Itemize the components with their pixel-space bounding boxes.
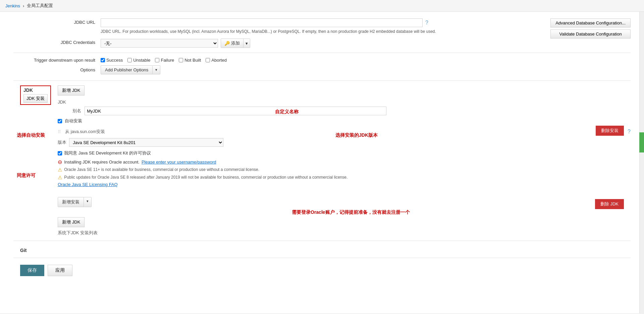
trigger-success-label: Success (106, 58, 123, 63)
options-section: Options Add Publisher Options ▾ (13, 65, 631, 74)
warning-icon-1: ⚠ (58, 167, 62, 173)
jdk-box-title: JDK (23, 87, 48, 93)
new-install-area: 新增安装 ▾ (58, 194, 631, 214)
scrollbar-track[interactable] (639, 12, 644, 313)
add-publisher-main-btn[interactable]: Add Publisher Options (101, 66, 152, 74)
warning-icon-2: ⚠ (58, 175, 62, 181)
agree-checkbox[interactable] (58, 151, 62, 155)
jdbc-url-label: JDBC URL (13, 18, 101, 25)
jdk-name-input[interactable] (85, 107, 386, 115)
trigger-failure[interactable]: Failure (155, 58, 174, 63)
validate-db-config-button[interactable]: Validate Database Configuration (550, 29, 631, 39)
warning-text-1: Oracle Java SE 11+ is not available for … (64, 167, 259, 173)
trigger-unstable-label: Unstable (133, 58, 150, 63)
trigger-unstable[interactable]: Unstable (127, 58, 150, 63)
warning-row-2: ⚠ Public updates for Oracle Java SE 8 re… (58, 174, 631, 181)
trigger-label: Trigger downstream upon result (13, 58, 101, 63)
warning-text-2: Public updates for Oracle Java SE 8 rele… (64, 174, 347, 180)
jdbc-url-input[interactable] (101, 18, 423, 27)
jdk-install-btn[interactable]: JDK 安装 (23, 94, 48, 103)
version-select[interactable]: Java SE Development Kit 8u201 (69, 138, 223, 147)
trigger-aborted[interactable]: Aborted (206, 58, 227, 63)
add-credentials-group: 🔑 添加 ▾ (221, 39, 250, 48)
breadcrumb-config: 全局工具配置 (27, 3, 53, 9)
version-row: 版本 Java SE Development Kit 8u201 (58, 138, 631, 147)
jdk-alias-label: 别名 (58, 108, 85, 114)
new-jdk-bottom-area: 新增 JDK 系统下JDK 安装列表 (58, 217, 631, 236)
git-label: Git (20, 248, 631, 253)
trigger-success[interactable]: Success (101, 58, 123, 63)
scrollbar-thumb[interactable] (639, 132, 644, 152)
agree-row: 我同意 Java SE Development Kit 的许可协议 (58, 150, 631, 156)
jdbc-credentials-control: -无- 🔑 添加 ▾ (101, 39, 631, 48)
add-publisher-button-group: Add Publisher Options ▾ (101, 65, 160, 74)
add-credentials-dropdown[interactable]: ▾ (243, 39, 250, 48)
jdbc-credentials-section: JDBC Credentials -无- 🔑 添加 ▾ (13, 39, 631, 48)
trigger-unstable-checkbox[interactable] (127, 58, 132, 62)
trigger-not-built-label: Not Built (184, 58, 201, 63)
new-install-group: 新增安装 ▾ (58, 197, 92, 207)
breadcrumb-sep: › (23, 3, 24, 8)
oracle-login-link[interactable]: Please enter your username/password (142, 160, 216, 165)
jdk-box: JDK JDK 安装 (20, 85, 51, 105)
warning-row-1: ⚠ Oracle Java SE 11+ is not available fo… (58, 167, 631, 173)
jdk-config-area: 新增 JDK JDK 别名 自动安装 ⠿ 从 java.sun.com安装 ? (58, 85, 631, 236)
install-source-help-icon[interactable]: ? (628, 129, 631, 135)
trigger-section: Trigger downstream upon result Success U… (13, 58, 631, 63)
trigger-aborted-label: Aborted (211, 58, 227, 63)
auto-install-checkbox[interactable] (58, 119, 62, 123)
delete-jdk-btn[interactable]: 删除 JDK (595, 199, 624, 209)
advanced-db-config-button[interactable]: Advanced Database Configuration... (550, 18, 631, 27)
jdbc-credentials-label: JDBC Credentials (13, 39, 101, 45)
auto-install-label: 自动安装 (65, 118, 82, 124)
jdk-alias-row: 别名 (58, 107, 631, 115)
breadcrumb-jenkins[interactable]: Jenkins (5, 3, 20, 8)
trigger-failure-label: Failure (161, 58, 174, 63)
trigger-options: Success Unstable Failure Not Built Abort… (101, 58, 227, 63)
error-icon: ⊖ (58, 159, 62, 165)
jdk-install-list-label: 系统下JDK 安装列表 (58, 230, 631, 236)
auto-install-row: 自动安装 (58, 118, 631, 124)
error-row: ⊖ Installing JDK requires Oracle account… (58, 159, 631, 165)
apply-button[interactable]: 应用 (48, 265, 72, 276)
db-config-buttons: Advanced Database Configuration... Valid… (550, 18, 631, 39)
trigger-failure-checkbox[interactable] (155, 58, 159, 62)
jdbc-url-help-icon[interactable]: ? (425, 20, 428, 26)
save-button[interactable]: 保存 (20, 265, 44, 276)
trigger-aborted-checkbox[interactable] (206, 58, 210, 62)
error-text: Installing JDK requires Oracle account. (64, 160, 140, 165)
jdbc-credentials-select[interactable]: -无- (101, 39, 218, 48)
trigger-not-built[interactable]: Not Built (179, 58, 201, 63)
options-label: Options (13, 67, 101, 72)
add-credentials-button[interactable]: 🔑 添加 (221, 39, 243, 48)
install-source-label: 从 java.sun.com安装 (65, 129, 105, 135)
install-source-row: ⠿ 从 java.sun.com安装 ? (58, 129, 631, 135)
agree-label: 我同意 Java SE Development Kit 的许可协议 (64, 150, 151, 156)
new-install-caret-btn[interactable]: ▾ (84, 197, 91, 207)
add-publisher-caret-btn[interactable]: ▾ (152, 66, 160, 74)
bottom-buttons: 保存 应用 (20, 265, 631, 276)
trigger-not-built-checkbox[interactable] (179, 58, 183, 62)
new-jdk-top-btn[interactable]: 新增 JDK (58, 85, 85, 96)
breadcrumb: Jenkins › 全局工具配置 (0, 0, 644, 12)
version-label: 版本 (58, 139, 66, 145)
delete-install-btn[interactable]: 删除安装 (596, 126, 624, 136)
new-install-main-btn[interactable]: 新增安装 (58, 197, 84, 207)
jdbc-url-section: JDBC URL ? JDBC URL. For production work… (13, 18, 631, 34)
oracle-faq-link[interactable]: Oracle Java SE Licensing FAQ (58, 182, 631, 187)
trigger-success-checkbox[interactable] (101, 58, 105, 62)
jdk-section-header: JDK (58, 100, 631, 105)
new-jdk-bottom-btn[interactable]: 新增 JDK (58, 217, 85, 227)
key-icon: 🔑 (224, 41, 230, 46)
